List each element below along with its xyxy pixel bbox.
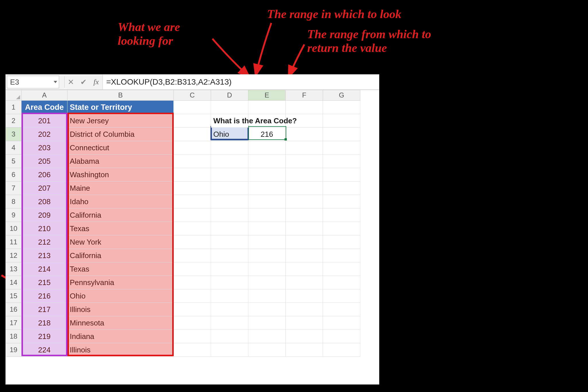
cell[interactable]: 210 (22, 222, 67, 235)
cell-d2-question[interactable]: What is the Area Code? (211, 114, 248, 128)
cell[interactable] (286, 182, 323, 195)
cell[interactable] (323, 168, 360, 182)
cell[interactable]: 212 (22, 235, 67, 249)
row-header[interactable]: 13 (6, 262, 22, 276)
cell[interactable] (323, 114, 360, 128)
cell[interactable] (286, 303, 323, 316)
cell[interactable] (286, 343, 323, 357)
cell[interactable] (286, 316, 323, 330)
cell[interactable] (286, 235, 323, 249)
name-box[interactable]: E3 (7, 76, 59, 88)
cell[interactable]: 201 (22, 114, 67, 128)
cell[interactable]: 216 (22, 289, 67, 303)
row-header[interactable]: 14 (6, 276, 22, 289)
cell[interactable] (211, 262, 248, 276)
cell[interactable] (174, 168, 211, 182)
cell[interactable] (211, 249, 248, 262)
col-header-e[interactable]: E (248, 90, 286, 101)
cell[interactable]: 218 (22, 316, 67, 330)
cell[interactable] (211, 276, 248, 289)
cell[interactable] (174, 235, 211, 249)
cell[interactable] (248, 235, 286, 249)
cell[interactable] (286, 262, 323, 276)
col-header-b[interactable]: B (67, 90, 174, 101)
cell[interactable] (248, 330, 286, 343)
cell[interactable]: Illinois (67, 303, 174, 316)
cell[interactable]: Ohio (67, 289, 174, 303)
cell[interactable] (286, 289, 323, 303)
select-all-corner[interactable] (6, 90, 22, 101)
cell[interactable] (248, 249, 286, 262)
cell[interactable]: 207 (22, 182, 67, 195)
cell[interactable]: Alabama (67, 155, 174, 168)
cell[interactable]: Pennsylvania (67, 276, 174, 289)
cell[interactable]: Maine (67, 182, 174, 195)
cell[interactable] (286, 330, 323, 343)
cell[interactable]: New Jersey (67, 114, 174, 128)
cell[interactable] (323, 222, 360, 235)
cell[interactable] (286, 155, 323, 168)
cell-a1[interactable]: Area Code (22, 101, 67, 114)
row-header[interactable]: 18 (6, 330, 22, 343)
col-header-c[interactable]: C (174, 90, 211, 101)
cell[interactable]: 213 (22, 249, 67, 262)
cell[interactable] (323, 141, 360, 155)
row-header[interactable]: 4 (6, 141, 22, 155)
cell[interactable]: 219 (22, 330, 67, 343)
row-header[interactable]: 5 (6, 155, 22, 168)
cell[interactable] (211, 208, 248, 222)
cell[interactable] (323, 303, 360, 316)
cell[interactable] (174, 343, 211, 357)
cell[interactable] (211, 303, 248, 316)
cell[interactable] (248, 222, 286, 235)
cell[interactable] (323, 276, 360, 289)
cell[interactable]: 215 (22, 276, 67, 289)
cell[interactable] (174, 195, 211, 208)
cell[interactable] (174, 289, 211, 303)
cell[interactable] (248, 141, 286, 155)
cell[interactable]: District of Columbia (67, 128, 174, 141)
cell[interactable] (211, 182, 248, 195)
row-header[interactable]: 16 (6, 303, 22, 316)
fx-icon[interactable]: fx (90, 75, 102, 89)
cell[interactable]: Idaho (67, 195, 174, 208)
cell[interactable]: California (67, 208, 174, 222)
cell[interactable] (174, 276, 211, 289)
cell[interactable] (211, 316, 248, 330)
cell[interactable] (248, 168, 286, 182)
cell[interactable] (211, 155, 248, 168)
enter-icon[interactable]: ✔ (77, 75, 90, 89)
row-header[interactable]: 15 (6, 289, 22, 303)
cell[interactable]: California (67, 249, 174, 262)
cell[interactable] (248, 101, 286, 114)
cell[interactable] (323, 316, 360, 330)
row-header[interactable]: 8 (6, 195, 22, 208)
cell[interactable] (248, 276, 286, 289)
cell[interactable] (248, 289, 286, 303)
cell[interactable] (286, 101, 323, 114)
cell[interactable] (286, 249, 323, 262)
cell[interactable]: Illinois (67, 343, 174, 357)
cell[interactable] (248, 182, 286, 195)
col-header-d[interactable]: D (211, 90, 248, 101)
cell[interactable]: 214 (22, 262, 67, 276)
cell[interactable] (174, 101, 211, 114)
cell[interactable] (286, 222, 323, 235)
cell[interactable] (323, 262, 360, 276)
formula-input[interactable]: =XLOOKUP(D3,B2:B313,A2:A313) (102, 75, 379, 89)
cell[interactable] (211, 289, 248, 303)
cell[interactable] (174, 141, 211, 155)
cell[interactable] (174, 155, 211, 168)
cell[interactable]: 209 (22, 208, 67, 222)
cell[interactable] (211, 101, 248, 114)
cell[interactable]: Minnesota (67, 316, 174, 330)
cell[interactable] (211, 168, 248, 182)
cell[interactable]: 205 (22, 155, 67, 168)
cell[interactable]: Indiana (67, 330, 174, 343)
cell[interactable] (286, 168, 323, 182)
row-header[interactable]: 6 (6, 168, 22, 182)
cell[interactable] (174, 128, 211, 141)
cell[interactable]: 203 (22, 141, 67, 155)
cell[interactable] (174, 316, 211, 330)
cell[interactable]: Washington (67, 168, 174, 182)
